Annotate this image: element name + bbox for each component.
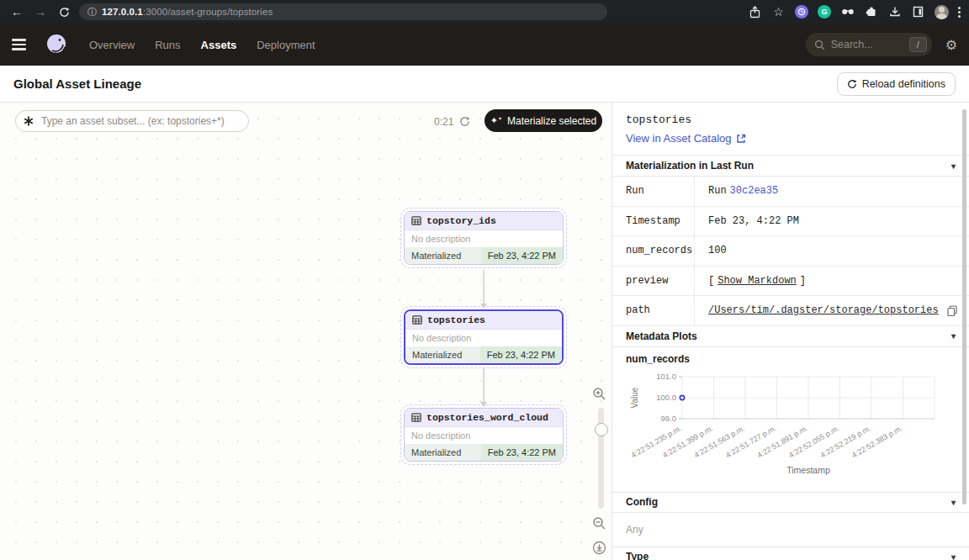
asset-status: Materialized [405,447,468,457]
table-icon [411,216,421,225]
extensions-puzzle-icon[interactable] [864,5,878,19]
section-materialization-last-run[interactable]: Materialization in Last Run ▾ [612,156,969,177]
graph-refresh-icon[interactable] [459,115,470,130]
materialize-selected-label: Materialize selected [507,115,596,127]
section-title: Type [626,551,649,560]
global-search[interactable]: Search... / [806,33,932,56]
share-icon[interactable] [748,5,762,19]
view-in-asset-catalog-link[interactable]: View in Asset Catalog [626,132,746,145]
asset-subset-input[interactable] [15,110,249,132]
search-placeholder: Search... [831,39,873,50]
asset-status: Materialized [405,251,468,261]
asset-timestamp: Feb 23, 4:22 PM [481,444,563,461]
details-scrollbar-thumb[interactable] [962,109,966,505]
section-metadata-plots[interactable]: Metadata Plots ▾ [612,326,969,347]
row-label: preview [612,267,695,296]
goggles-extension-icon[interactable] [840,5,855,19]
svg-text:100.0: 100.0 [656,393,676,402]
row-label: path [612,296,695,325]
section-type[interactable]: Type ▾ [612,547,969,560]
nav-item-runs[interactable]: Runs [155,39,180,51]
chevron-down-icon: ▾ [951,498,956,507]
url-text: 127.0.0.1:3000/asset-groups/topstories [102,7,273,17]
asset-status: Materialized [405,350,469,360]
recenter-icon [592,541,606,555]
chevron-down-icon: ▾ [951,552,956,560]
asset-timestamp: Feb 23, 4:22 PM [481,247,563,264]
download-icon[interactable] [887,5,902,19]
copy-path-icon[interactable] [947,305,957,316]
edge-topstories-topstories_word_cloud [483,368,484,402]
edge-topstory_ids-topstories [483,270,484,304]
asset-name: topstories [427,314,485,325]
bracket: [ [708,275,714,287]
browser-menu-icon[interactable] [958,7,961,18]
nav-item-deployment[interactable]: Deployment [257,39,315,51]
config-value: Any [612,513,969,547]
chevron-down-icon: ▾ [951,331,956,341]
bookmark-star-icon[interactable]: ☆ [771,5,786,19]
table-row-run: Run Run 30c2ea35 [612,177,969,207]
page-header: Global Asset Lineage Reload definitions [0,66,969,103]
browser-back-icon[interactable]: ← [8,3,25,20]
svg-text:99.0: 99.0 [661,414,677,423]
screen: ← → ⓘ 127.0.0.1:3000/asset-groups/topsto… [0,0,969,560]
main-content: 0:21 ✦✦ Materialize selected topstory_id… [0,103,969,560]
nav-item-assets[interactable]: Assets [201,39,237,51]
zoom-in-icon [592,387,606,401]
section-title: Materialization in Last Run [626,160,754,172]
row-value: 100 [695,236,969,266]
asset-node-header: topstories [405,311,562,330]
zoom-slider-handle[interactable] [595,423,608,436]
profile-avatar[interactable] [935,5,949,19]
show-markdown-link[interactable]: Show Markdown [717,275,797,287]
row-value: Feb 23, 4:22 PM [695,207,969,236]
page-title: Global Asset Lineage [13,77,141,91]
sparkle-icon: ✦✦ [490,116,502,125]
zoom-in-button[interactable] [591,387,606,401]
materialize-selected-button[interactable]: ✦✦ Materialize selected [484,109,602,132]
asset-name: topstories_word_cloud [426,412,548,423]
row-value: /Users/tim/.dagster/storage/topstories [695,296,969,325]
run-prefix: Run [708,185,727,197]
zoom-out-button[interactable] [591,516,606,531]
table-row-path: path /Users/tim/.dagster/storage/topstor… [612,296,969,326]
row-label: Run [612,177,695,206]
path-link[interactable]: /Users/tim/.dagster/storage/topstories [708,304,939,316]
browser-forward-icon[interactable]: → [32,3,49,20]
history-extension-icon[interactable] [795,5,808,18]
metadata-plot-name: num_records [612,347,969,371]
asset-name: topstory_ids [426,215,496,226]
asset-timestamp: Feb 23, 4:22 PM [480,346,562,363]
materialization-table: Run Run 30c2ea35 Timestamp Feb 23, 4:22 … [612,177,969,326]
chevron-down-icon: ▾ [951,161,956,171]
table-icon [411,413,421,422]
hamburger-menu-icon[interactable] [12,34,34,55]
settings-gear-icon[interactable]: ⚙ [945,37,957,53]
browser-reload-icon[interactable] [56,3,72,20]
dagster-logo[interactable] [44,32,69,57]
section-title: Metadata Plots [626,330,697,342]
metadata-plot-svg: 101.0100.099.04:22:51.235 p.m.4:22:51.39… [626,371,962,482]
asset-status-row: Materialized Feb 23, 4:22 PM [405,444,563,461]
svg-text:101.0: 101.0 [656,372,676,381]
nav-links: Overview Runs Assets Deployment [89,39,315,51]
site-info-icon[interactable]: ⓘ [87,6,97,18]
app-navbar: Overview Runs Assets Deployment Search..… [0,24,969,66]
section-title: Config [626,496,658,508]
asset-node-topstories_word_cloud[interactable]: topstories_word_cloud No description Mat… [404,408,564,462]
asset-node-topstory_ids[interactable]: topstory_ids No description Materialized… [404,211,564,265]
asset-node-header: topstories_word_cloud [405,409,563,427]
nav-item-overview[interactable]: Overview [89,39,135,51]
run-id-link[interactable]: 30c2ea35 [730,185,779,197]
grammarly-extension-icon[interactable]: G [818,5,831,18]
asset-status-row: Materialized Feb 23, 4:22 PM [405,247,563,264]
recenter-button[interactable] [591,541,606,555]
url-bar[interactable]: ⓘ 127.0.0.1:3000/asset-groups/topstories [79,3,607,20]
reload-definitions-button[interactable]: Reload definitions [837,72,956,96]
asset-node-topstories[interactable]: topstories No description Materialized F… [404,309,564,365]
asset-selector-icon [24,116,34,126]
section-config[interactable]: Config ▾ [612,492,969,513]
reader-mode-icon[interactable] [911,5,925,19]
row-value: [Show Markdown] [695,267,969,296]
